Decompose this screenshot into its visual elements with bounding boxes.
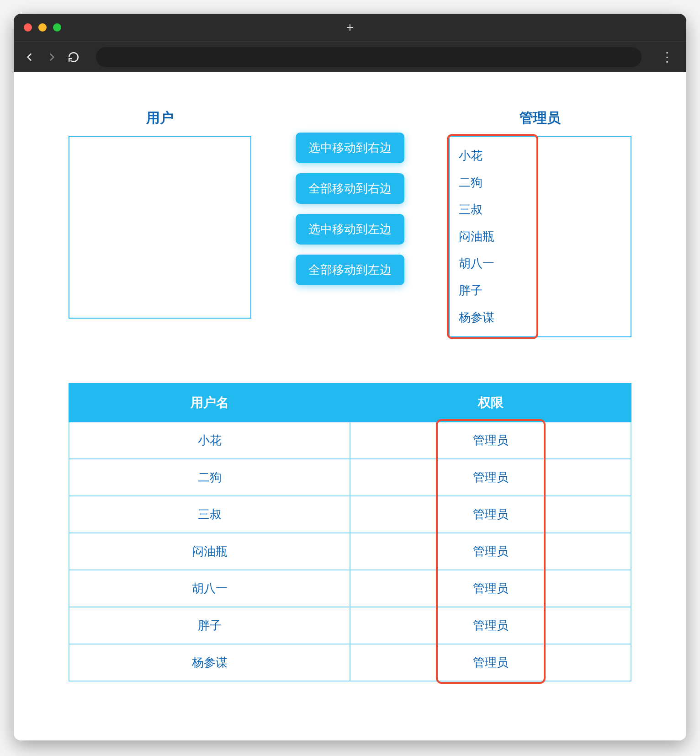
move-selected-left-button[interactable]: 选中移动到左边 (296, 214, 404, 245)
cell-username: 杨参谋 (69, 644, 350, 681)
cell-permission: 管理员 (350, 496, 631, 533)
admins-listbox[interactable]: 小花二狗三叔闷油瓶胡八一胖子杨参谋 (449, 136, 631, 337)
cell-username: 小花 (69, 422, 350, 459)
table-row: 闷油瓶管理员 (69, 533, 631, 570)
cell-permission: 管理员 (350, 570, 631, 607)
cell-permission: 管理员 (350, 607, 631, 644)
cell-permission: 管理员 (350, 644, 631, 681)
browser-tabbar: + (14, 14, 686, 41)
window-controls (24, 23, 61, 32)
list-item[interactable]: 杨参谋 (450, 304, 631, 331)
menu-icon[interactable]: ⋮ (658, 49, 676, 64)
transfer-component: 用户 选中移动到右边 全部移动到右边 选中移动到左边 全部移动到左边 管理员 小… (69, 109, 631, 337)
forward-icon[interactable] (46, 51, 58, 63)
table-row: 小花管理员 (69, 422, 631, 459)
cell-permission: 管理员 (350, 422, 631, 459)
list-item[interactable]: 胡八一 (450, 250, 631, 277)
cell-username: 三叔 (69, 496, 350, 533)
col-header-permission: 权限 (350, 383, 631, 422)
new-tab-icon[interactable]: + (346, 20, 354, 35)
col-header-username: 用户名 (69, 383, 350, 422)
maximize-window-icon[interactable] (53, 23, 61, 32)
cell-permission: 管理员 (350, 459, 631, 496)
permissions-table-wrap: 用户名 权限 小花管理员二狗管理员三叔管理员闷油瓶管理员胡八一管理员胖子管理员杨… (69, 383, 631, 681)
close-window-icon[interactable] (24, 23, 32, 32)
list-item[interactable]: 二狗 (450, 169, 631, 196)
cell-username: 二狗 (69, 459, 350, 496)
permissions-table: 用户名 权限 小花管理员二狗管理员三叔管理员闷油瓶管理员胡八一管理员胖子管理员杨… (69, 383, 631, 681)
move-selected-right-button[interactable]: 选中移动到右边 (296, 133, 404, 163)
cell-username: 闷油瓶 (69, 533, 350, 570)
cell-username: 胖子 (69, 607, 350, 644)
address-bar[interactable] (96, 47, 642, 67)
page-content: 用户 选中移动到右边 全部移动到右边 选中移动到左边 全部移动到左边 管理员 小… (14, 72, 686, 740)
admins-column: 管理员 小花二狗三叔闷油瓶胡八一胖子杨参谋 (449, 109, 631, 337)
list-item[interactable]: 小花 (450, 142, 631, 169)
browser-window: + ⋮ 用户 选中移动到右边 全部移动到右边 选中移动到左边 全部移动到左边 (14, 14, 686, 740)
table-row: 三叔管理员 (69, 496, 631, 533)
table-row: 胡八一管理员 (69, 570, 631, 607)
table-row: 二狗管理员 (69, 459, 631, 496)
cell-username: 胡八一 (69, 570, 350, 607)
table-row: 胖子管理员 (69, 607, 631, 644)
transfer-buttons: 选中移动到右边 全部移动到右边 选中移动到左边 全部移动到左边 (296, 133, 404, 285)
admins-title: 管理员 (449, 109, 631, 128)
users-listbox[interactable] (69, 136, 251, 319)
minimize-window-icon[interactable] (38, 23, 47, 32)
back-icon[interactable] (24, 51, 36, 63)
list-item[interactable]: 三叔 (450, 196, 631, 223)
move-all-right-button[interactable]: 全部移动到右边 (296, 173, 404, 204)
users-title: 用户 (69, 109, 251, 128)
move-all-left-button[interactable]: 全部移动到左边 (296, 255, 404, 285)
cell-permission: 管理员 (350, 533, 631, 570)
users-column: 用户 (69, 109, 251, 319)
browser-toolbar: ⋮ (14, 41, 686, 72)
list-item[interactable]: 胖子 (450, 277, 631, 304)
table-row: 杨参谋管理员 (69, 644, 631, 681)
list-item[interactable]: 闷油瓶 (450, 223, 631, 250)
reload-icon[interactable] (68, 51, 80, 63)
